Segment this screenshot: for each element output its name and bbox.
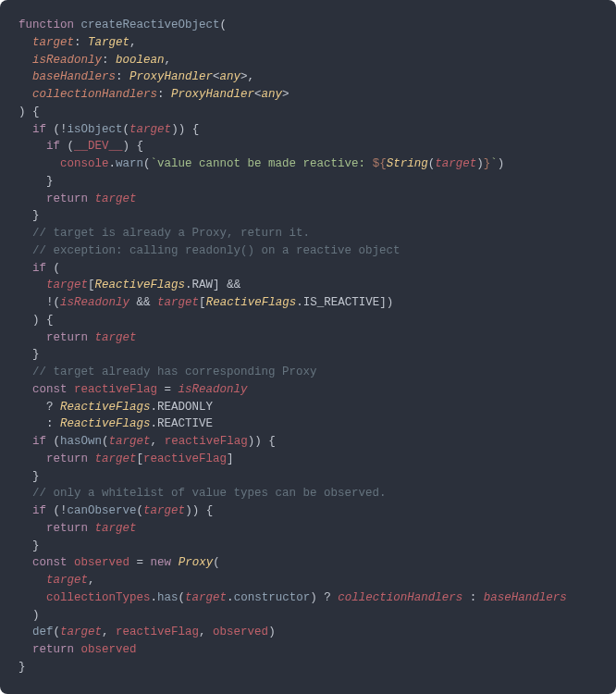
q: ? xyxy=(46,401,54,414)
paren: ( xyxy=(137,504,144,517)
colon: : xyxy=(46,417,54,430)
class: Proxy xyxy=(179,556,214,569)
bang: ! xyxy=(60,123,68,136)
prop: REACTIVE xyxy=(157,417,213,430)
fn-name: createReactiveObject xyxy=(81,19,220,31)
eq: = xyxy=(165,383,172,396)
prop: READONLY xyxy=(157,401,213,414)
kw-new: new xyxy=(151,556,172,569)
paren: ( xyxy=(102,435,109,448)
arg: target xyxy=(60,626,102,638)
comment: // target already has corresponding Prox… xyxy=(32,366,317,378)
arg: reactiveFlag xyxy=(116,626,199,638)
comment: // exception: calling readonly() on a re… xyxy=(32,244,400,257)
paren: ) { xyxy=(123,140,144,153)
dot: . xyxy=(151,591,158,604)
kw-if: if xyxy=(32,504,46,517)
type: ReactiveFlags xyxy=(60,417,151,430)
param: target xyxy=(32,36,74,49)
gt: > xyxy=(282,88,290,101)
arg: target xyxy=(143,504,185,517)
type: ReactiveFlags xyxy=(95,279,186,291)
paren: ( xyxy=(179,591,186,604)
type: boolean xyxy=(116,54,165,67)
prop: IS_REACTIVE xyxy=(303,296,380,309)
paren: ( xyxy=(54,626,61,638)
a: collectionHandlers xyxy=(338,591,462,604)
dot: . xyxy=(151,401,158,414)
fn: warn xyxy=(116,157,143,170)
arg: target xyxy=(46,574,88,587)
bracket: ] xyxy=(213,279,227,291)
var: target xyxy=(95,452,137,465)
comma: , xyxy=(151,435,165,448)
bracket: ] xyxy=(227,452,234,465)
brace: } xyxy=(32,209,40,222)
paren: )) { xyxy=(171,123,199,136)
colon: : xyxy=(102,54,116,67)
kw-return: return xyxy=(46,192,88,205)
kw-return: return xyxy=(46,452,88,465)
obj: collectionTypes xyxy=(46,591,151,604)
dot: . xyxy=(227,591,234,604)
paren: ( xyxy=(54,435,61,448)
var: target xyxy=(95,522,137,535)
type: ReactiveFlags xyxy=(206,296,297,309)
close: ) xyxy=(32,609,40,622)
var: isReadonly xyxy=(179,383,248,396)
fn: def xyxy=(32,626,54,638)
arg: target xyxy=(109,435,151,448)
var: __DEV__ xyxy=(74,140,123,153)
bracket: [ xyxy=(88,279,95,291)
bang: !( xyxy=(46,296,60,309)
name: observed xyxy=(74,556,129,569)
close: ) { xyxy=(32,314,54,327)
var: observed xyxy=(81,643,137,656)
paren: ( xyxy=(213,556,220,569)
paren: ) xyxy=(310,591,324,604)
type: any xyxy=(262,88,283,101)
gt: > xyxy=(240,70,248,83)
kw-return: return xyxy=(46,331,88,344)
type: ProxyHandler xyxy=(171,88,254,101)
comma: , xyxy=(199,626,213,638)
paren: )) { xyxy=(185,504,213,517)
paren: ) xyxy=(498,157,505,170)
colon: : xyxy=(470,591,477,604)
lt: < xyxy=(254,88,262,101)
obj: console xyxy=(60,157,109,170)
cast: String xyxy=(387,157,428,170)
comma: , xyxy=(248,70,255,83)
comma: , xyxy=(129,36,137,49)
kw-if: if xyxy=(46,140,60,153)
type: any xyxy=(220,70,241,83)
arg: target xyxy=(185,591,227,604)
param: isReadonly xyxy=(32,54,102,67)
kw-if: if xyxy=(32,123,46,136)
code-block: function createReactiveObject( target: T… xyxy=(0,0,616,694)
brace: } xyxy=(32,470,40,483)
kw-if: if xyxy=(32,262,46,275)
kw-if: if xyxy=(32,435,46,448)
paren: ( xyxy=(54,262,61,275)
brace: } xyxy=(18,661,26,674)
paren: ( xyxy=(143,157,151,170)
bracket: [ xyxy=(137,452,144,465)
kw-return: return xyxy=(46,522,88,535)
amp: && xyxy=(227,279,240,291)
fn: hasOwn xyxy=(60,435,102,448)
paren: )) { xyxy=(248,435,276,448)
brace: } xyxy=(32,539,40,552)
colon: : xyxy=(116,70,129,83)
paren: ( xyxy=(54,504,61,517)
brace: } xyxy=(32,348,40,361)
kw-const: const xyxy=(32,556,68,569)
bang: ! xyxy=(60,504,68,517)
dot: . xyxy=(109,157,117,170)
type: Target xyxy=(88,36,129,49)
var: target xyxy=(95,192,137,205)
dot: . xyxy=(185,279,192,291)
comma: , xyxy=(88,574,95,587)
fn: isObject xyxy=(68,123,123,136)
comma: , xyxy=(165,54,172,67)
